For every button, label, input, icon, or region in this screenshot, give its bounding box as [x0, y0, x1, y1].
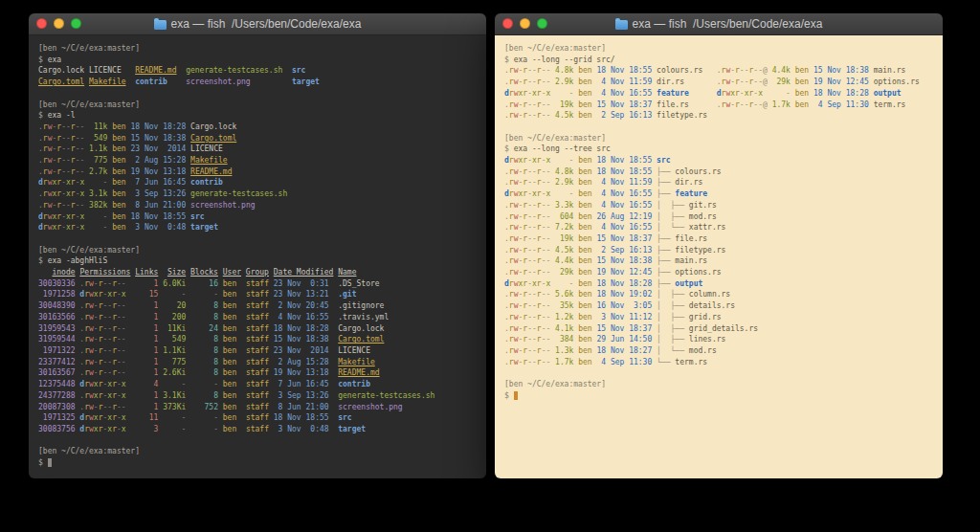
terminal-line: .rw-r--r-- 384 ben 29 Jun 14:50 │ ├── li… [504, 334, 933, 345]
terminal-line: [ben ~/C/e/exa:master] [504, 133, 933, 144]
terminal-line: drwxr-xr-x - ben 7 Jun 16:45 contrib [38, 177, 477, 188]
zoom-button[interactable] [71, 18, 81, 29]
terminal-line: [ben ~/C/e/exa:master] [504, 379, 933, 390]
terminal-line: 30083756 drwxr-xr-x 3 - - ben staff 3 No… [38, 424, 477, 435]
terminal-line: 30163567 .rw-r--r-- 1 2.6Ki 8 ben staff … [38, 367, 477, 379]
terminal-line: .rw-r--r-- 382k ben 8 Jun 21:00 screensh… [38, 200, 477, 211]
close-button[interactable] [36, 18, 47, 29]
terminal-line [38, 233, 477, 245]
terminal-line: $ exa -l [38, 110, 477, 122]
terminal-line: .rw-r--r-- 1.7k ben 4 Sep 11:30 └── term… [504, 357, 933, 368]
terminal-line: $ [504, 390, 933, 402]
terminal-line [38, 88, 477, 100]
terminal-line: .rw-r--r-- 1.2k ben 3 Nov 11:12 │ ├── gr… [504, 312, 933, 323]
terminal-line: .rw-r--r-- 35k ben 16 Nov 3:05 │ ├── det… [504, 300, 933, 312]
terminal-line: drwxr-xr-x - ben 4 Nov 16:55 feature drw… [504, 88, 933, 100]
terminal-window-dark[interactable]: exa — fish /Users/ben/Code/exa/exa [ben … [29, 13, 486, 478]
terminal-line: .rw-r--r-- 11k ben 18 Nov 18:28 Cargo.lo… [38, 122, 477, 133]
terminal-line: [ben ~/C/e/exa:master] [38, 100, 477, 111]
window-title-text: exa — fish /Users/ben/Code/exa/exa [633, 17, 823, 31]
terminal-line: .rw-r--r-- 604 ben 26 Aug 12:19 │ ├── mo… [504, 211, 933, 223]
terminal-line: [ben ~/C/e/exa:master] [38, 43, 477, 55]
terminal-line: .rw-r--r-- 2.9k ben 4 Nov 11:59 ├── dir.… [504, 177, 933, 188]
terminal-line: drwxr-xr-x - ben 4 Nov 16:55 ├── feature [504, 188, 933, 200]
terminal-line: .rw-r--r-- 3.3k ben 4 Nov 16:55 │ ├── gi… [504, 200, 933, 211]
folder-icon [154, 20, 167, 30]
terminal-line: 31959544 .rw-r--r-- 1 549 8 ben staff 15… [38, 334, 477, 345]
close-button[interactable] [502, 18, 513, 29]
terminal-line: 1971322 .rw-r--r-- 1 1.1Ki 8 ben staff 2… [38, 345, 477, 357]
window-title: exa — fish /Users/ben/Code/exa/exa [154, 17, 362, 31]
terminal-line: Cargo.lock LICENCE README.md generate-te… [38, 65, 477, 77]
terminal-line: .rw-r--r-- 19k ben 15 Nov 18:37 file.rs … [504, 100, 933, 111]
terminal-line: 1971258 drwxr-xr-x 15 - - ben staff 23 N… [38, 289, 477, 300]
terminal-line: $ [38, 457, 477, 469]
terminal-line: 30030336 .rw-r--r-- 1 6.0Ki 16 ben staff… [38, 278, 477, 290]
minimize-button[interactable] [520, 18, 530, 29]
terminal-line: Cargo.toml Makefile contrib screenshot.p… [38, 77, 477, 88]
terminal-line: .rw-r--r-- 4.5k ben 2 Sep 16:13 filetype… [504, 110, 933, 122]
terminal-line: .rw-r--r-- 29k ben 19 Nov 12:45 ├── opti… [504, 267, 933, 278]
terminal-line: .rwxr-xr-x 3.1k ben 3 Sep 13:26 generate… [38, 188, 477, 200]
zoom-button[interactable] [537, 18, 547, 29]
terminal-line: .rw-r--r-- 2.7k ben 19 Nov 13:18 README.… [38, 166, 477, 178]
terminal-output-dark[interactable]: [ben ~/C/e/exa:master]$ exaCargo.lock LI… [29, 35, 486, 478]
minimize-button[interactable] [54, 18, 64, 29]
terminal-line: .rw-r--r-- 4.8k ben 18 Nov 18:55 colours… [504, 65, 933, 77]
terminal-line: [ben ~/C/e/exa:master] [38, 245, 477, 256]
terminal-line [38, 435, 477, 447]
folder-icon [615, 20, 628, 30]
terminal-line: 12375448 drwxr-xr-x 4 - - ben staff 7 Ju… [38, 379, 477, 390]
window-controls [502, 18, 547, 29]
terminal-line: $ exa [38, 55, 477, 66]
terminal-line: 1971325 drwxr-xr-x 11 - - ben staff 18 N… [38, 412, 477, 424]
terminal-line: drwxr-xr-x - ben 18 Nov 18:28 ├── output [504, 278, 933, 290]
window-controls [36, 18, 81, 29]
terminal-output-light[interactable]: [ben ~/C/e/exa:master]$ exa --long --gri… [495, 35, 943, 478]
terminal-line: .rw-r--r-- 1.1k ben 23 Nov 2014 LICENCE [38, 144, 477, 155]
terminal-line: .rw-r--r-- 1.3k ben 18 Nov 18:27 │ └── m… [504, 345, 933, 357]
terminal-line: .rw-r--r-- 2.9k ben 4 Nov 11:59 dir.rs .… [504, 77, 933, 88]
terminal-line: [ben ~/C/e/exa:master] [504, 43, 933, 55]
terminal-line: drwxr-xr-x - ben 18 Nov 18:55 src [38, 211, 477, 223]
terminal-line: inode Permissions Links Size Blocks User… [38, 267, 477, 278]
terminal-line: 30048390 .rw-r--r-- 1 20 8 ben staff 2 N… [38, 300, 477, 312]
terminal-line: .rw-r--r-- 4.8k ben 18 Nov 18:55 ├── col… [504, 166, 933, 178]
terminal-line: drwxr-xr-x - ben 3 Nov 0:48 target [38, 222, 477, 233]
terminal-line: 30163566 .rw-r--r-- 1 200 8 ben staff 4 … [38, 312, 477, 323]
terminal-line: .rw-r--r-- 19k ben 15 Nov 18:37 ├── file… [504, 233, 933, 245]
terminal-line [504, 367, 933, 379]
terminal-line: $ exa -abghHliS [38, 255, 477, 267]
window-title: exa — fish /Users/ben/Code/exa/exa [615, 17, 823, 31]
window-title-text: exa — fish /Users/ben/Code/exa/exa [171, 17, 362, 31]
terminal-line: .rw-r--r-- 4.5k ben 2 Sep 16:13 ├── file… [504, 245, 933, 256]
terminal-line [504, 122, 933, 133]
terminal-window-light[interactable]: exa — fish /Users/ben/Code/exa/exa [ben … [495, 13, 943, 478]
titlebar[interactable]: exa — fish /Users/ben/Code/exa/exa [495, 13, 943, 35]
terminal-line: .rw-r--r-- 4.4k ben 15 Nov 18:38 ├── mai… [504, 255, 933, 267]
titlebar[interactable]: exa — fish /Users/ben/Code/exa/exa [29, 13, 486, 35]
terminal-line: .rw-r--r-- 775 ben 2 Aug 15:28 Makefile [38, 155, 477, 166]
terminal-line: drwxr-xr-x - ben 18 Nov 18:55 src [504, 155, 933, 166]
terminal-line: 20087308 .rw-r--r-- 1 373Ki 752 ben staf… [38, 402, 477, 413]
terminal-line: $ exa --long --grid src/ [504, 55, 933, 66]
desktop: { "chrome": { "close_color": "#fc5753", … [0, 0, 980, 532]
terminal-line: 31959543 .rw-r--r-- 1 11Ki 24 ben staff … [38, 323, 477, 335]
terminal-line: 24377288 .rwxr-xr-x 1 3.1Ki 8 ben staff … [38, 390, 477, 402]
terminal-line: .rw-r--r-- 5.6k ben 18 Nov 19:02 │ ├── c… [504, 289, 933, 300]
terminal-line: .rw-r--r-- 549 ben 15 Nov 18:38 Cargo.to… [38, 133, 477, 144]
terminal-line: .rw-r--r-- 7.2k ben 4 Nov 16:55 │ └── xa… [504, 222, 933, 233]
terminal-line: 23377412 .rw-r--r-- 1 775 8 ben staff 2 … [38, 357, 477, 368]
terminal-line: .rw-r--r-- 4.1k ben 15 Nov 18:37 │ ├── g… [504, 323, 933, 335]
terminal-line: [ben ~/C/e/exa:master] [38, 446, 477, 457]
terminal-line: $ exa --long --tree src [504, 144, 933, 155]
